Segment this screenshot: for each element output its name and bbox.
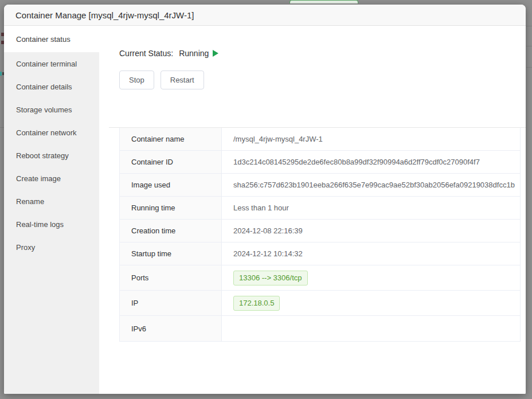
row-value (222, 316, 520, 341)
background-fragment (0, 72, 2, 76)
sidebar-item-container-terminal[interactable]: Container terminal (4, 52, 99, 75)
row-label: Ports (120, 265, 222, 290)
row-value: Less than 1 hour (222, 197, 520, 219)
dialog-body: Container status Container terminal Cont… (4, 26, 526, 394)
row-value: 172.18.0.5 (222, 291, 520, 315)
row-label: Container ID (120, 151, 222, 173)
row-value: 2024-12-12 10:14:32 (222, 242, 520, 265)
background-button-fragment (290, 0, 358, 3)
row-label: IP (120, 291, 222, 315)
table-row-image-used: Image used sha256:c757d623b1901eeba266f6… (120, 174, 520, 197)
row-value: 1d3c214c08145295de2de6fec80b8a99df32f909… (222, 151, 520, 173)
dialog-header: Container Manage [mysql_4rjw-mysql_4rJW-… (4, 5, 526, 26)
action-buttons: Stop Restart (119, 71, 521, 89)
port-mapping-tag: 13306 --> 3306/tcp (233, 271, 308, 285)
sidebar-item-rename[interactable]: Rename (4, 190, 99, 213)
row-value: /mysql_4rjw-mysql_4rJW-1 (222, 128, 520, 150)
sidebar: Container status Container terminal Cont… (4, 26, 99, 394)
sidebar-item-container-status[interactable]: Container status (4, 26, 99, 52)
section-divider (109, 127, 526, 128)
row-value: sha256:c757d623b1901eeba266f635e7e99cac9… (222, 174, 520, 196)
stop-button[interactable]: Stop (119, 71, 154, 89)
row-label: Running time (120, 197, 222, 219)
sidebar-item-proxy[interactable]: Proxy (4, 236, 99, 259)
dialog-title: Container Manage [mysql_4rjw-mysql_4rJW-… (15, 10, 194, 20)
sidebar-item-reboot-strategy[interactable]: Reboot strategy (4, 144, 99, 167)
table-row-creation-time: Creation time 2024-12-08 22:16:39 (120, 220, 520, 242)
background-row-line (526, 26, 532, 26)
table-row-running-time: Running time Less than 1 hour (120, 197, 520, 220)
row-label: Creation time (120, 220, 222, 242)
current-status-row: Current Status: Running (119, 49, 521, 58)
sidebar-item-container-network[interactable]: Container network (4, 121, 99, 144)
background-row-line (0, 127, 4, 128)
row-value: 13306 --> 3306/tcp (222, 265, 520, 290)
row-label: Container name (120, 128, 222, 150)
sidebar-item-storage-volumes[interactable]: Storage volumes (4, 98, 99, 121)
table-row-ports: Ports 13306 --> 3306/tcp (120, 265, 520, 291)
table-row-startup-time: Startup time 2024-12-12 10:14:32 (120, 242, 520, 265)
ip-address-tag: 172.18.0.5 (233, 296, 280, 311)
current-status-label: Current Status: (119, 49, 173, 58)
table-row-ip: IP 172.18.0.5 (120, 291, 520, 316)
row-label: IPv6 (120, 316, 222, 341)
container-manage-dialog: Container Manage [mysql_4rjw-mysql_4rJW-… (4, 5, 526, 394)
current-status-value: Running (179, 49, 209, 58)
container-details-table: Container name /mysql_4rjw-mysql_4rJW-1 … (119, 127, 521, 342)
table-row-ipv6: IPv6 (120, 316, 520, 342)
play-icon (213, 50, 218, 57)
content-panel: Current Status: Running Stop Restart Con… (99, 26, 526, 394)
row-label: Startup time (120, 242, 222, 265)
table-row-container-id: Container ID 1d3c214c08145295de2de6fec80… (120, 151, 520, 174)
restart-button[interactable]: Restart (161, 71, 204, 89)
row-label: Image used (120, 174, 222, 196)
sidebar-item-container-details[interactable]: Container details (4, 75, 99, 98)
background-row-line (526, 67, 532, 68)
table-row-container-name: Container name /mysql_4rjw-mysql_4rJW-1 (120, 128, 520, 151)
row-value: 2024-12-08 22:16:39 (222, 220, 520, 242)
sidebar-item-create-image[interactable]: Create image (4, 167, 99, 190)
background-row-line (526, 46, 532, 46)
sidebar-item-real-time-logs[interactable]: Real-time logs (4, 213, 99, 236)
